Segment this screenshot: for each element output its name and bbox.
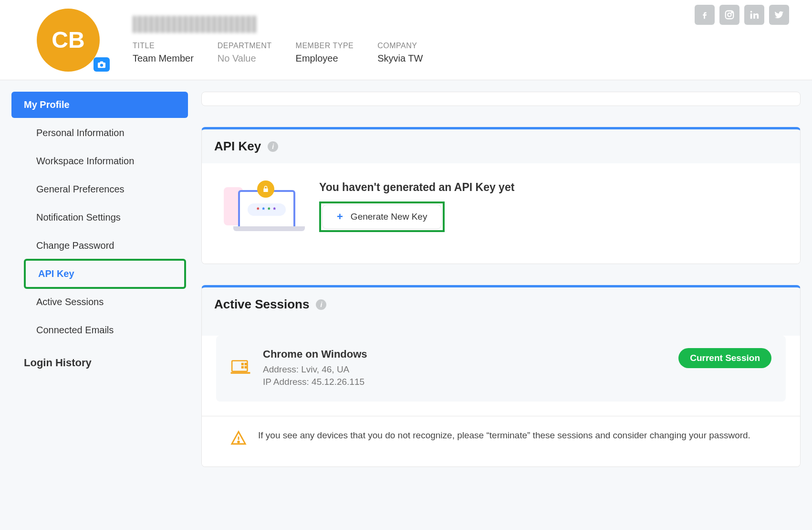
sidebar-item-login-history[interactable]: Login History	[11, 357, 188, 369]
previous-card-edge	[201, 92, 801, 106]
meta-title: TITLE Team Member	[133, 42, 194, 64]
generate-key-label: Generate New Key	[351, 212, 427, 222]
meta-department: DEPARTMENT No Value	[218, 42, 272, 64]
user-name-redacted	[133, 16, 257, 33]
active-sessions-card: Active Sessions i Chrome on Windows Addr…	[201, 285, 801, 467]
info-icon[interactable]: i	[316, 299, 326, 310]
sidebar-item-connected-emails[interactable]: Connected Emails	[11, 317, 188, 343]
session-row: Chrome on Windows Address: Lviv, 46, UA …	[216, 336, 786, 402]
lock-icon	[257, 180, 274, 198]
sidebar-item-change-password[interactable]: Change Password	[11, 233, 188, 259]
svg-point-3	[731, 12, 732, 13]
svg-rect-4	[750, 13, 752, 19]
svg-point-2	[728, 13, 731, 16]
session-device: Chrome on Windows	[263, 348, 367, 360]
generate-key-highlight: + Generate New Key	[319, 201, 445, 232]
api-key-illustration: ****	[224, 178, 300, 235]
twitter-icon[interactable]	[769, 5, 789, 25]
avatar-container[interactable]: CB	[23, 9, 114, 72]
meta-member-type: MEMBER TYPE Employee	[296, 42, 354, 64]
session-warning-text: If you see any devices that you do not r…	[258, 429, 750, 443]
api-key-empty-message: You haven't generated an API Key yet	[319, 181, 514, 194]
social-links	[695, 0, 789, 25]
svg-point-12	[238, 441, 239, 443]
sidebar-item-active-sessions[interactable]: Active Sessions	[11, 289, 188, 315]
svg-rect-10	[245, 366, 247, 369]
sidebar-item-my-profile[interactable]: My Profile	[11, 92, 188, 118]
active-sessions-heading: Active Sessions	[214, 297, 309, 312]
avatar-initials: CB	[52, 27, 84, 53]
svg-point-5	[750, 11, 752, 13]
meta-title-label: TITLE	[133, 42, 194, 50]
meta-dept-value: No Value	[218, 53, 272, 64]
svg-rect-7	[241, 363, 244, 365]
device-windows-icon	[230, 360, 250, 378]
settings-sidebar: My Profile Personal Information Workspac…	[11, 92, 188, 488]
plus-icon: +	[337, 211, 343, 223]
header-info: TITLE Team Member DEPARTMENT No Value ME…	[133, 16, 676, 64]
linkedin-icon[interactable]	[744, 5, 764, 25]
meta-member-label: MEMBER TYPE	[296, 42, 354, 50]
meta-company: COMPANY Skyvia TW	[377, 42, 423, 64]
facebook-icon[interactable]	[695, 5, 715, 25]
warning-icon	[230, 430, 247, 450]
meta-company-label: COMPANY	[377, 42, 423, 50]
current-session-badge: Current Session	[678, 348, 771, 368]
meta-title-value: Team Member	[133, 53, 194, 64]
sidebar-item-notification-settings[interactable]: Notification Settings	[11, 204, 188, 231]
sidebar-item-workspace-info[interactable]: Workspace Information	[11, 148, 188, 174]
sidebar-item-api-key[interactable]: API Key	[24, 259, 186, 289]
instagram-icon[interactable]	[719, 5, 739, 25]
avatar: CB	[37, 9, 100, 72]
generate-new-key-button[interactable]: + Generate New Key	[322, 204, 442, 229]
api-key-card: API Key i **** You haven't gener	[201, 127, 801, 264]
session-warning: If you see any devices that you do not r…	[202, 416, 800, 466]
svg-rect-6	[232, 361, 247, 371]
sidebar-item-personal-info[interactable]: Personal Information	[11, 120, 188, 146]
session-ip: IP Address: 45.12.26.115	[263, 377, 367, 387]
camera-icon[interactable]	[94, 57, 110, 72]
sidebar-item-general-prefs[interactable]: General Preferences	[11, 176, 188, 202]
svg-point-0	[100, 64, 103, 66]
profile-header: CB TITLE Team Member DEPARTMENT No Value…	[0, 0, 812, 80]
api-key-heading: API Key	[214, 139, 261, 154]
svg-rect-8	[245, 363, 247, 365]
info-icon[interactable]: i	[268, 141, 278, 152]
meta-member-value: Employee	[296, 53, 354, 64]
main-content: API Key i **** You haven't gener	[201, 92, 801, 488]
svg-rect-9	[241, 366, 244, 369]
meta-company-value: Skyvia TW	[377, 53, 423, 64]
session-address: Address: Lviv, 46, UA	[263, 364, 367, 375]
meta-dept-label: DEPARTMENT	[218, 42, 272, 50]
